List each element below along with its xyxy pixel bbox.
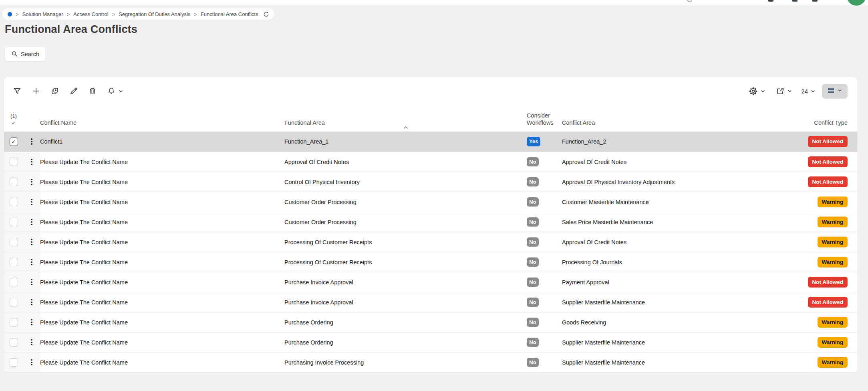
consider-workflows-cell: No [527, 197, 562, 207]
header-conflict-type[interactable]: Conflict Type [737, 119, 857, 126]
cell-conflict-area: Sales Price Masterfile Maintenance [562, 219, 737, 225]
row-checkbox[interactable] [10, 318, 18, 326]
kebab-cell [23, 332, 40, 352]
table-row[interactable]: Please Update The Conflict Name Processi… [4, 252, 857, 272]
user-avatar[interactable] [847, 0, 866, 6]
cell-conflict-area: Goods Receiving [562, 319, 737, 326]
row-checkbox[interactable] [10, 238, 18, 246]
table-row[interactable]: Please Update The Conflict Name Customer… [4, 212, 857, 232]
table-row[interactable]: Please Update The Conflict Name Purchase… [4, 292, 857, 312]
delete-button[interactable] [88, 87, 97, 95]
row-actions-kebab-icon[interactable] [29, 338, 34, 347]
row-checkbox[interactable] [10, 338, 18, 346]
filter-button[interactable] [13, 87, 22, 95]
row-actions-kebab-icon[interactable] [29, 197, 34, 207]
cell-conflict-name: Please Update The Conflict Name [40, 359, 284, 366]
add-button[interactable] [32, 87, 40, 95]
conflict-type-badge: Not Allowed [808, 297, 848, 308]
cell-conflict-area: Customer Masterfile Maintenance [562, 199, 737, 205]
cell-conflict-name: Please Update The Conflict Name [40, 159, 284, 165]
conflict-type-cell: Not Allowed [737, 277, 857, 288]
conflict-type-badge: Warning [818, 197, 848, 208]
export-dropdown-button[interactable] [776, 87, 792, 95]
row-actions-kebab-icon[interactable] [29, 237, 34, 247]
search-icon [11, 51, 18, 57]
settings-dropdown-button[interactable] [749, 87, 765, 96]
row-checkbox[interactable]: ✓ [10, 138, 18, 146]
row-checkbox[interactable] [10, 218, 18, 226]
row-actions-kebab-icon[interactable] [29, 157, 34, 166]
conflict-type-cell: Not Allowed [737, 136, 857, 147]
header-functional-area[interactable]: Functional Area [284, 119, 527, 126]
partial-header-icon [768, 0, 773, 2]
cell-functional-area: Function_Area_1 [284, 138, 527, 145]
kebab-cell [23, 132, 40, 152]
consider-workflows-cell: No [527, 217, 562, 227]
conflict-type-cell: Not Allowed [737, 156, 857, 168]
row-actions-kebab-icon[interactable] [29, 318, 34, 327]
conflict-type-badge: Warning [818, 217, 848, 228]
table-row[interactable]: Please Update The Conflict Name Processi… [4, 232, 857, 252]
page-size-dropdown[interactable]: 24 [801, 88, 816, 95]
row-actions-kebab-icon[interactable] [29, 137, 34, 146]
header-label: Consider Workflows [527, 112, 562, 126]
consider-workflows-badge: No [527, 177, 539, 187]
breadcrumb-item-sod-analysis[interactable]: Segregation Of Duties Analysis [119, 11, 190, 17]
edit-button[interactable] [69, 87, 78, 95]
table-row[interactable]: Please Update The Conflict Name Purchase… [4, 312, 857, 332]
breadcrumb-item-access-control[interactable]: Access Control [73, 11, 108, 17]
consider-workflows-badge: No [527, 358, 539, 367]
row-actions-kebab-icon[interactable] [29, 257, 34, 267]
cell-functional-area: Processing Of Customer Receipts [284, 239, 527, 245]
refresh-icon[interactable] [263, 11, 269, 17]
duplicate-icon [50, 87, 59, 95]
consider-workflows-cell: Yes [527, 137, 562, 146]
home-dot-icon[interactable] [8, 12, 12, 16]
breadcrumb-item-functional-area-conflicts[interactable]: Functional Area Conflicts [201, 11, 258, 17]
consider-workflows-cell: No [527, 237, 562, 247]
row-actions-kebab-icon[interactable] [29, 278, 34, 287]
table-row[interactable]: ✓ Conflict1 Function_Area_1 Yes Function… [4, 132, 857, 152]
row-checkbox[interactable] [10, 198, 18, 206]
view-mode-dropdown[interactable] [822, 84, 848, 99]
row-checkbox[interactable] [10, 358, 18, 367]
breadcrumb-item-solution-manager[interactable]: Solution Manager [22, 11, 63, 17]
cell-functional-area: Processing Of Customer Receipts [284, 259, 527, 265]
consider-workflows-badge: No [527, 318, 539, 327]
table-row[interactable]: Please Update The Conflict Name Purchase… [4, 272, 857, 292]
search-button[interactable]: Search [5, 47, 46, 61]
consider-workflows-cell: No [527, 157, 562, 167]
header-consider-workflows[interactable]: Consider Workflows [527, 112, 562, 126]
add-icon [32, 87, 40, 95]
row-actions-kebab-icon[interactable] [29, 358, 34, 367]
row-checkbox[interactable] [10, 278, 18, 286]
checkbox-cell [4, 353, 23, 372]
table-row[interactable]: Please Update The Conflict Name Control … [4, 172, 857, 192]
kebab-cell [23, 272, 40, 292]
header-conflict-name[interactable]: Conflict Name [40, 119, 284, 126]
row-actions-kebab-icon[interactable] [29, 177, 34, 186]
table-row[interactable]: Please Update The Conflict Name Approval… [4, 152, 857, 172]
row-checkbox[interactable] [10, 178, 18, 186]
table-row[interactable]: Please Update The Conflict Name Purchasi… [4, 352, 857, 372]
select-all-header[interactable]: (1) ✓ [4, 113, 23, 126]
conflict-type-cell: Warning [737, 317, 857, 328]
cell-conflict-name: Please Update The Conflict Name [40, 219, 284, 225]
table-row[interactable]: Please Update The Conflict Name Customer… [4, 192, 857, 212]
duplicate-button[interactable] [50, 87, 59, 95]
row-actions-kebab-icon[interactable] [29, 217, 34, 227]
table-row[interactable]: Please Update The Conflict Name Purchase… [4, 332, 857, 352]
consider-workflows-cell: No [527, 358, 562, 367]
consider-workflows-cell: No [527, 177, 562, 187]
row-checkbox[interactable] [10, 298, 18, 306]
cell-conflict-name: Please Update The Conflict Name [40, 239, 284, 245]
row-actions-kebab-icon[interactable] [29, 298, 34, 307]
alerts-dropdown-button[interactable] [107, 87, 123, 95]
export-icon [776, 87, 785, 95]
checkbox-cell [4, 172, 23, 192]
row-checkbox[interactable] [10, 258, 18, 266]
header-conflict-area[interactable]: Conflict Area [562, 119, 737, 126]
chevron-down-icon [118, 89, 123, 94]
row-checkbox[interactable] [10, 158, 18, 166]
table-body: ✓ Conflict1 Function_Area_1 Yes Function… [4, 132, 857, 372]
